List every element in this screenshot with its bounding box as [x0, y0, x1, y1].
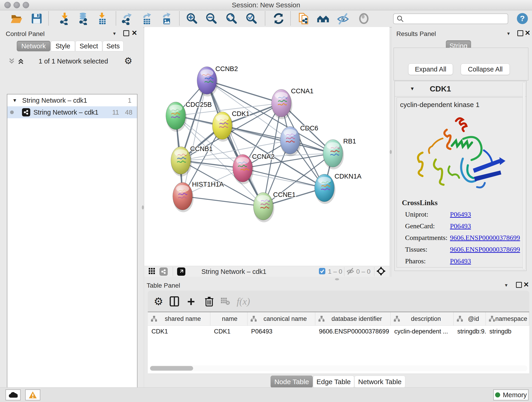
create-column-plus-icon[interactable]: +	[187, 291, 195, 312]
column-header--id[interactable]: @id	[454, 312, 486, 325]
network-node-ccne1[interactable]: CCNE1	[253, 191, 296, 222]
detach-view-icon[interactable]	[177, 268, 185, 276]
export-table-icon[interactable]	[140, 12, 154, 26]
zoom-in-icon[interactable]	[185, 12, 199, 26]
table-panel-menu-icon[interactable]: ▼	[504, 283, 508, 288]
memory-button[interactable]: Memory	[493, 389, 529, 400]
import-network-file-icon[interactable]	[58, 12, 71, 26]
column-header-database-identifier[interactable]: database identifier	[315, 312, 391, 325]
home-icon[interactable]	[316, 12, 330, 26]
crosslink-link[interactable]: P06493	[450, 222, 471, 230]
column-namespace-icon	[318, 316, 324, 322]
tab-network[interactable]: Network	[17, 41, 51, 51]
results-panel-menu-icon[interactable]: ▼	[506, 31, 511, 36]
tab-select[interactable]: Select	[75, 41, 102, 51]
table-cell[interactable]: CDK1	[210, 325, 247, 337]
collapse-all-icon[interactable]	[8, 57, 16, 66]
open-session-icon[interactable]	[10, 12, 23, 26]
network-node-cdkn1a[interactable]: CDKN1A	[315, 172, 361, 204]
network-node-hist1h1a[interactable]: HIST1H1A	[173, 181, 224, 212]
save-session-icon[interactable]	[30, 12, 44, 26]
network-node-rb1[interactable]: RB1	[323, 138, 356, 169]
crosslink-link[interactable]: 9606.ENSP00000378699	[450, 245, 520, 253]
fit-selection-crosshair-icon[interactable]	[376, 266, 386, 277]
column-header-description[interactable]: description	[391, 312, 454, 325]
network-canvas[interactable]: CCNB2CCNA1CDC25BCDK1CDC6RB1CCNB1CCNA2CDK…	[144, 27, 389, 266]
scrollbar-thumb[interactable]	[150, 366, 193, 370]
collapse-section-icon[interactable]: ▼	[410, 86, 415, 91]
zoom-selected-icon[interactable]	[244, 12, 258, 26]
table-panel-close-icon[interactable]: ✕	[523, 282, 529, 287]
crosslink-link[interactable]: P06493	[450, 257, 471, 265]
network-node-ccnb2[interactable]: CCNB2	[197, 65, 238, 96]
tab-style[interactable]: Style	[51, 41, 75, 51]
warnings-button[interactable]	[25, 389, 40, 400]
table-settings-gear-icon[interactable]: ⚙	[154, 291, 163, 312]
expand-all-icon[interactable]	[17, 57, 25, 66]
hidden-eye-slash-icon[interactable]	[346, 267, 355, 276]
table-cell[interactable]: CDK1	[148, 325, 210, 337]
column-header-name[interactable]: name	[210, 312, 247, 325]
table-cell[interactable]: stringdb	[486, 325, 529, 337]
control-panel-float-icon[interactable]	[123, 30, 129, 36]
network-edge[interactable]	[183, 80, 207, 196]
right-splitter-handle[interactable]	[390, 150, 392, 154]
network-type-icon[interactable]	[159, 268, 168, 276]
network-edge[interactable]	[183, 196, 263, 206]
zoom-out-icon[interactable]	[204, 12, 218, 26]
network-node-cdk1[interactable]: CDK1	[212, 110, 249, 142]
string-import-icon[interactable]	[297, 12, 311, 26]
results-scrollbar[interactable]	[523, 82, 525, 270]
node-details-header[interactable]: ▼ CDK1	[395, 81, 526, 96]
crosslink-link[interactable]: P06493	[450, 211, 471, 218]
collapse-all-button[interactable]: Collapse All	[461, 64, 510, 75]
refresh-view-icon[interactable]	[272, 12, 285, 26]
table-cell[interactable]: stringdb:9...	[454, 325, 486, 337]
table-panel-float-icon[interactable]	[516, 282, 522, 288]
network-row[interactable]: String Network – cdk1 11 48	[7, 106, 137, 118]
expand-all-button[interactable]: Expand All	[408, 64, 453, 75]
cloud-status-button[interactable]	[6, 389, 21, 400]
control-panel-close-icon[interactable]: ✕	[132, 31, 137, 35]
network-node-cdc6[interactable]: CDC6	[280, 124, 318, 156]
table-cell[interactable]: P06493	[247, 325, 315, 337]
import-network-database-icon[interactable]	[76, 12, 90, 26]
crosslink-link[interactable]: 9606.ENSP00000378699	[450, 234, 520, 242]
help-icon[interactable]: ?	[515, 12, 529, 26]
collection-collapse-icon[interactable]: ▼	[12, 98, 17, 103]
network-collection-row[interactable]: ▼ String Network – cdk1 1	[7, 95, 137, 106]
column-header-canonical-name[interactable]: canonical name	[247, 312, 315, 325]
show-view-icon[interactable]	[357, 12, 371, 26]
column-header-shared-name[interactable]: shared name	[148, 312, 210, 325]
table-cell[interactable]: cyclin-dependent ...	[391, 325, 454, 337]
results-panel-close-icon[interactable]: ✕	[525, 31, 530, 35]
tab-sets[interactable]: Sets	[103, 41, 123, 51]
network-node-cdc25b[interactable]: CDC25B	[166, 101, 212, 132]
gear-icon[interactable]: ⚙	[124, 56, 133, 66]
export-network-icon[interactable]	[120, 12, 134, 26]
table-row[interactable]: CDK1CDK1P064939606.ENSP00000378699cyclin…	[148, 325, 529, 337]
tab-edge-table[interactable]: Edge Table	[313, 376, 354, 388]
column-header-namespace[interactable]: namespace	[486, 312, 529, 325]
results-panel-float-icon[interactable]	[517, 30, 523, 36]
left-splitter-handle[interactable]	[142, 205, 144, 210]
delete-column-trash-icon[interactable]	[205, 291, 214, 312]
table-horizontal-scrollbar[interactable]	[150, 365, 527, 371]
zoom-fit-icon[interactable]	[225, 12, 238, 26]
function-builder-icon[interactable]: f(x)	[237, 291, 250, 312]
export-image-icon[interactable]	[160, 12, 174, 26]
tab-network-table[interactable]: Network Table	[355, 376, 405, 388]
show-columns-icon[interactable]	[169, 291, 179, 312]
search-input[interactable]	[405, 15, 508, 23]
network-node-ccnb1[interactable]: CCNB1	[171, 145, 213, 177]
control-panel-menu-icon[interactable]: ▼	[112, 31, 117, 36]
hide-selected-icon[interactable]	[336, 12, 350, 26]
network-edge[interactable]	[207, 80, 281, 103]
birds-eye-view-icon[interactable]	[148, 268, 155, 275]
import-table-file-icon[interactable]	[95, 12, 109, 26]
selected-checkbox-icon[interactable]	[319, 268, 326, 275]
bottom-splitter-handle[interactable]	[335, 278, 339, 280]
delete-table-icon[interactable]	[221, 291, 230, 312]
tab-node-table[interactable]: Node Table	[271, 376, 313, 388]
table-cell[interactable]: 9606.ENSP00000378699	[315, 325, 391, 337]
